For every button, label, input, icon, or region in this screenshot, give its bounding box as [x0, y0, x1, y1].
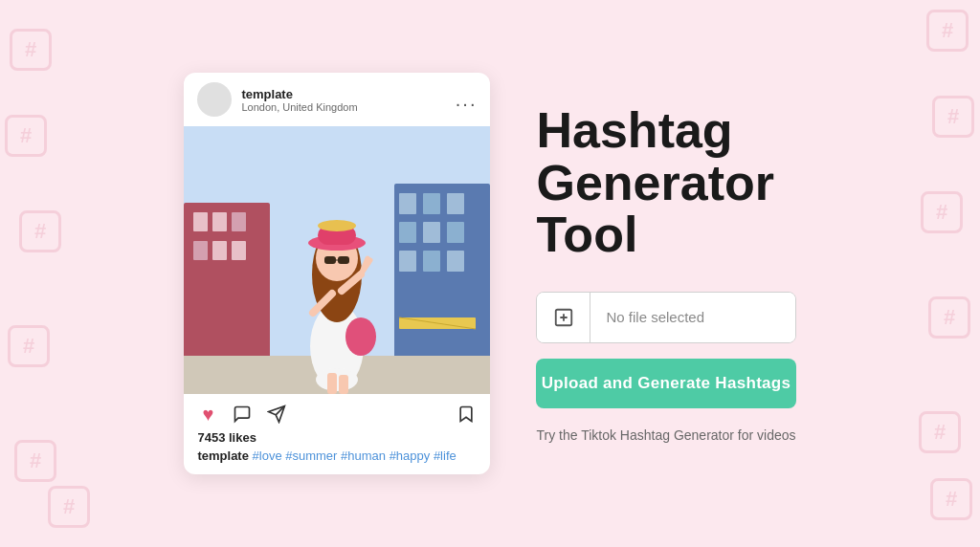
caption-username: template [197, 449, 248, 463]
svg-rect-12 [399, 222, 416, 243]
svg-rect-16 [423, 251, 440, 272]
svg-rect-17 [447, 251, 464, 272]
bg-hash-8: # [921, 191, 963, 233]
post-image [184, 126, 490, 394]
main-container: template London, United Kingdom ... [145, 54, 834, 493]
upload-generate-button[interactable]: Upload and Generate Hashtags [536, 359, 795, 408]
bg-hash-5: # [14, 440, 56, 482]
avatar [197, 82, 232, 117]
location: London, United Kingdom [241, 101, 357, 113]
user-info: template London, United Kingdom [241, 87, 357, 113]
svg-point-22 [345, 317, 376, 356]
bg-hash-2: # [5, 115, 47, 157]
svg-rect-11 [447, 193, 464, 214]
caption: template #love #summer #human #happy #li… [197, 449, 477, 463]
tiktok-text: Try the Tiktok Hashtag Generator for vid… [536, 427, 795, 443]
username: template [241, 87, 357, 101]
like-button[interactable]: ♥ [197, 404, 218, 425]
svg-rect-7 [232, 241, 246, 260]
bg-hash-3: # [19, 210, 61, 252]
right-panel: Hashtag Generator Tool No file selected … [536, 104, 795, 443]
tiktok-link-text: Try the Tiktok Hashtag Generator for vid… [536, 427, 795, 443]
svg-rect-15 [399, 251, 416, 272]
bg-hash-1: # [10, 29, 52, 71]
svg-rect-4 [232, 212, 246, 231]
svg-rect-13 [423, 222, 440, 243]
svg-rect-2 [193, 212, 208, 231]
plus-icon [553, 307, 574, 328]
bg-hash-9: # [928, 296, 970, 339]
bg-hash-10: # [919, 411, 961, 453]
svg-rect-39 [339, 375, 348, 394]
svg-rect-6 [212, 241, 227, 260]
svg-rect-9 [399, 193, 416, 214]
left-actions: ♥ [197, 404, 287, 425]
caption-hashtags: #love #summer #human #happy #life [253, 449, 457, 463]
insta-user: template London, United Kingdom [197, 82, 357, 117]
instagram-card: template London, United Kingdom ... [184, 73, 490, 474]
action-bar: ♥ [197, 404, 477, 425]
page-title: Hashtag Generator Tool [536, 104, 795, 261]
svg-rect-30 [324, 256, 336, 264]
bg-hash-6: # [926, 10, 969, 52]
svg-rect-3 [212, 212, 227, 231]
bookmark-button[interactable] [456, 404, 477, 425]
likes-count: 7453 likes [197, 430, 477, 445]
svg-rect-14 [447, 222, 464, 243]
insta-footer: ♥ [184, 394, 490, 474]
bg-hash-12: # [48, 486, 90, 528]
more-options-button[interactable]: ... [456, 89, 478, 111]
file-plus-button[interactable] [537, 293, 590, 342]
insta-header: template London, United Kingdom ... [184, 73, 490, 126]
share-button[interactable] [266, 404, 287, 425]
comment-button[interactable] [232, 404, 253, 425]
file-input-container[interactable]: No file selected [536, 292, 795, 343]
svg-rect-5 [193, 241, 208, 260]
svg-rect-31 [338, 256, 349, 264]
svg-point-29 [318, 220, 356, 231]
file-name-label: No file selected [590, 293, 794, 342]
bg-hash-11: # [930, 478, 972, 520]
svg-rect-38 [327, 373, 337, 394]
bg-hash-7: # [932, 96, 974, 138]
bg-hash-4: # [8, 325, 50, 367]
svg-rect-10 [423, 193, 440, 214]
